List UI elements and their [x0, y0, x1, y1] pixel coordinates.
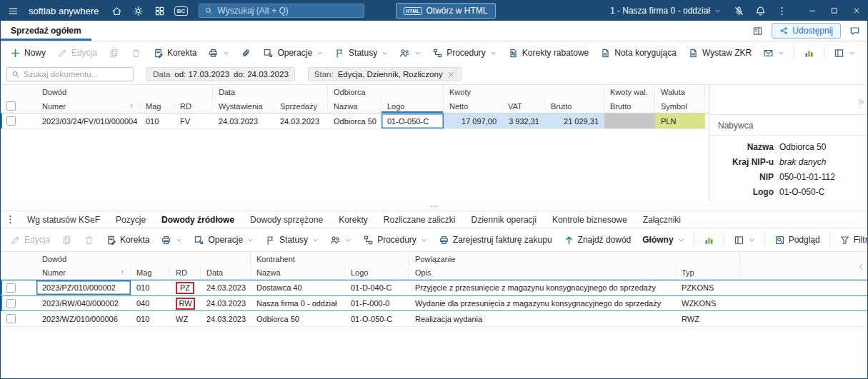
tab-dziennik-operacji[interactable]: Dziennik operacji	[464, 211, 544, 228]
statusy-button[interactable]: Statusy	[260, 231, 324, 248]
cell-logo-focused[interactable]: 01-O-050-C	[381, 113, 444, 128]
cell-wystawienia[interactable]: 24.03.2023	[213, 113, 274, 128]
menu-button[interactable]	[2, 1, 24, 21]
edycja-button[interactable]: Edycja	[52, 44, 102, 61]
cell-logo[interactable]: 01-F-000-0	[345, 296, 409, 310]
company-selector[interactable]: 1 - Nasza firma 0 - oddział	[603, 1, 728, 21]
relations-button[interactable]	[325, 231, 356, 248]
col-typ[interactable]: Typ	[676, 266, 740, 279]
global-search[interactable]	[199, 4, 364, 18]
cell-nazwa[interactable]: Odbiorca 50	[328, 113, 381, 128]
cell-mag[interactable]: 010	[131, 281, 170, 295]
col-opis[interactable]: Opis	[409, 266, 676, 279]
layout-button[interactable]	[829, 44, 860, 61]
chat-button[interactable]	[849, 26, 860, 36]
group-kwoty-wal[interactable]: Kwoty wal.	[604, 85, 655, 99]
cell-mag[interactable]: 040	[131, 296, 170, 310]
cell-logo[interactable]: 01-D-040-C	[345, 281, 409, 295]
row-checkbox[interactable]	[6, 314, 16, 323]
nota-korygujaca-button[interactable]: Nota korygująca	[595, 44, 682, 61]
select-all-checkbox[interactable]	[6, 101, 16, 111]
source-doc-row[interactable]: 2023/WZ/010/000006 010 WZ 24.03.2023 Odb…	[1, 311, 867, 327]
group-powiazanie[interactable]: Powiązanie	[409, 252, 740, 266]
col-mag[interactable]: Mag	[131, 266, 170, 279]
cell-mag[interactable]: 010	[140, 113, 174, 128]
cell-netto[interactable]: 17 097,00	[444, 113, 502, 128]
cell-rd[interactable]: FV	[174, 113, 213, 128]
podglad-button[interactable]: Podgląd	[769, 231, 825, 248]
date-filter-chip[interactable]: Data od: 17.03.2023 do: 24.03.2023	[146, 67, 295, 81]
send-button[interactable]	[758, 44, 789, 61]
cell-numer-focused[interactable]: 2023/PZ/010/000002	[36, 281, 131, 295]
maximize-button[interactable]	[823, 1, 845, 21]
remove-filter-icon[interactable]	[447, 71, 455, 79]
cell-numer[interactable]: 2023/WZ/010/000006	[36, 311, 131, 326]
cell-brutto-wal[interactable]	[604, 113, 655, 128]
cell-sprzedazy[interactable]: 24.03.2023	[274, 113, 328, 128]
col-rd[interactable]: RD	[170, 266, 201, 279]
cell-logo[interactable]: 01-O-050-C	[345, 311, 409, 326]
cell-numer[interactable]: 2023/03/24/FV/010/000004	[36, 113, 140, 128]
collapse-bottom-panel-button[interactable]	[857, 263, 865, 271]
col-vat[interactable]: VAT	[502, 99, 545, 113]
zarejestruj-fakture-button[interactable]: Zarejestruj fakturę zakupu	[434, 231, 557, 248]
apps-button[interactable]	[149, 1, 170, 21]
group-kontrahent[interactable]: Kontrahent	[251, 252, 409, 266]
cell-mag[interactable]: 010	[131, 311, 170, 326]
col-brutto-wal[interactable]: Brutto	[604, 99, 655, 113]
bc-button[interactable]: BC	[170, 1, 191, 21]
group-kwoty[interactable]: Kwoty	[444, 85, 604, 99]
korekta-button[interactable]: Korekta	[148, 44, 201, 61]
state-filter-chip[interactable]: Stan: Edycja, Dziennik, Rozliczony	[308, 67, 462, 81]
cell-opis[interactable]: Realizacja wydania	[409, 311, 676, 326]
more-button[interactable]	[771, 1, 792, 21]
tabs-menu-button[interactable]	[1, 211, 19, 228]
collapse-panel-button[interactable]	[857, 98, 865, 106]
copy-button[interactable]	[56, 231, 77, 248]
row-checkbox[interactable]	[6, 299, 16, 308]
share-button[interactable]: Udostępnij	[772, 23, 841, 39]
col-netto[interactable]: Netto	[444, 99, 502, 113]
group-waluta[interactable]: Waluta	[655, 85, 705, 99]
cell-data[interactable]: 24.03.2023	[201, 311, 251, 326]
col-mag[interactable]: Mag	[140, 99, 174, 113]
filtruj-button[interactable]: Filtruj	[834, 231, 867, 248]
cell-symbol[interactable]: PLN	[655, 113, 705, 128]
attach-button[interactable]	[236, 44, 256, 61]
cell-nazwa[interactable]: Dostawca 40	[251, 281, 345, 295]
tab-korekty[interactable]: Korekty	[331, 211, 376, 228]
mic-button[interactable]	[728, 1, 749, 21]
korekta-button[interactable]: Korekta	[101, 231, 154, 248]
global-search-input[interactable]	[217, 6, 359, 16]
cell-opis[interactable]: Przyjęcie z przesunięcie z magazynu kons…	[409, 281, 676, 295]
cell-data[interactable]: 24.03.2023	[201, 296, 251, 310]
operacje-button[interactable]: Operacje	[189, 231, 259, 248]
col-numer[interactable]: Numer↑	[36, 266, 131, 279]
col-logo[interactable]: Logo	[345, 266, 409, 279]
row-checkbox[interactable]	[6, 283, 16, 293]
row-checkbox[interactable]	[6, 116, 16, 126]
col-data[interactable]: Data	[201, 266, 251, 279]
analysis-button[interactable]	[799, 44, 819, 61]
copy-button[interactable]	[104, 44, 124, 61]
procedury-button[interactable]: Procedury	[427, 44, 502, 61]
layout-button[interactable]	[729, 231, 760, 248]
edycja-button[interactable]: Edycja	[5, 231, 55, 248]
delete-button[interactable]	[79, 231, 99, 248]
print-button[interactable]	[156, 231, 187, 248]
group-dowod[interactable]: Dowód	[36, 252, 251, 266]
cell-rd[interactable]: WZ	[170, 311, 201, 326]
alerts-button[interactable]	[862, 44, 867, 61]
col-nazwa[interactable]: Nazwa	[251, 266, 345, 279]
tab-dowody-zrodlowe[interactable]: Dowody źródłowe	[154, 211, 242, 228]
tab-kontrole-biznesowe[interactable]: Kontrole biznesowe	[544, 211, 635, 228]
tab-sprzedaz-ogolem[interactable]: Sprzedaż ogółem	[1, 21, 91, 41]
col-logo[interactable]: Logo	[381, 99, 444, 113]
open-in-html-button[interactable]: HTML Otwórz w HTML	[396, 3, 495, 19]
procedury-button[interactable]: Procedury	[358, 231, 432, 248]
col-sprzedazy[interactable]: Sprzedaży	[274, 99, 328, 113]
sales-row[interactable]: 2023/03/24/FV/010/000004 010 FV 24.03.20…	[1, 113, 709, 129]
relations-button[interactable]	[394, 44, 426, 61]
group-dowod[interactable]: Dowód	[36, 85, 213, 99]
cell-nazwa[interactable]: Odbiorca 50	[251, 311, 345, 326]
